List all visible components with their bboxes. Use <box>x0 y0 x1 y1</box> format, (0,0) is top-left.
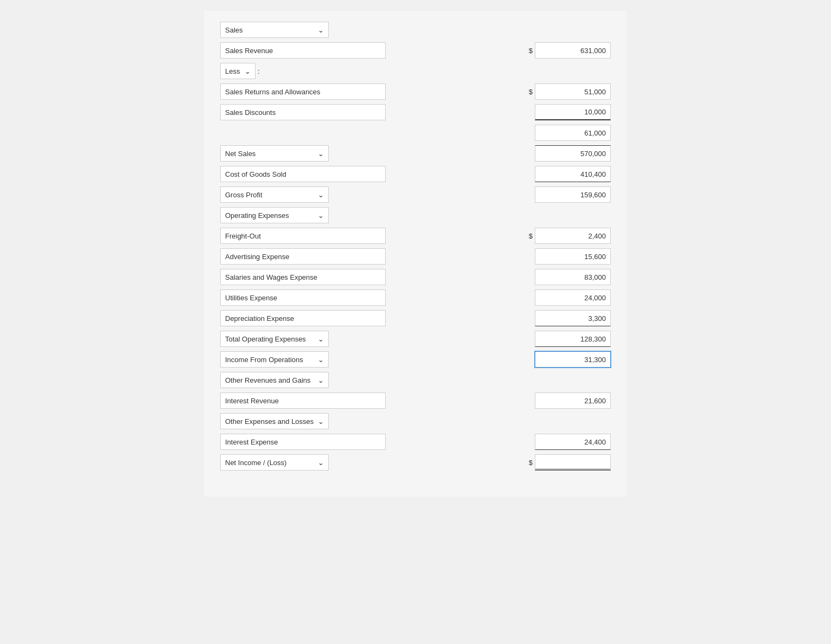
depreciation-expense-amount[interactable]: 3,300 <box>535 310 611 326</box>
sales-revenue-label-box: Sales Revenue <box>220 42 386 59</box>
operating-expenses-chevron-icon[interactable]: ⌄ <box>318 211 324 220</box>
less-label: Less <box>225 67 240 75</box>
net-income-dollar: $ <box>529 459 533 467</box>
income-from-operations-dropdown[interactable]: Income From Operations ⌄ <box>220 351 329 368</box>
interest-expense-label-box: Interest Expense <box>220 434 386 450</box>
net-sales-chevron-icon[interactable]: ⌄ <box>318 150 324 158</box>
gross-profit-chevron-icon[interactable]: ⌄ <box>318 191 324 199</box>
sales-revenue-row: Sales Revenue $ 631,000 <box>220 42 611 59</box>
sales-discounts-row: Sales Discounts 10,000 <box>220 104 611 120</box>
salaries-wages-label: Salaries and Wages Expense <box>225 273 317 281</box>
advertising-expense-amount[interactable]: 15,600 <box>535 248 611 265</box>
sales-dropdown[interactable]: Sales ⌄ <box>220 22 329 38</box>
sales-returns-label-box: Sales Returns and Allowances <box>220 83 386 100</box>
sales-returns-dollar: $ <box>529 88 533 96</box>
total-operating-expenses-row: Total Operating Expenses ⌄ 128,300 <box>220 331 611 347</box>
less-section: Less ⌄ : <box>220 63 611 79</box>
sales-returns-amount[interactable]: 51,000 <box>535 83 611 100</box>
interest-revenue-label: Interest Revenue <box>225 397 279 405</box>
advertising-expense-row: Advertising Expense 15,600 <box>220 248 611 265</box>
gross-profit-label: Gross Profit <box>225 191 263 199</box>
sales-discounts-amount[interactable]: 10,000 <box>535 104 611 120</box>
sales-returns-total-row: 61,000 <box>220 125 611 141</box>
sales-returns-total-amount[interactable]: 61,000 <box>535 125 611 141</box>
sales-chevron-icon[interactable]: ⌄ <box>318 26 324 34</box>
other-revenues-header: Other Revenues and Gains ⌄ <box>220 372 611 388</box>
other-revenues-dropdown[interactable]: Other Revenues and Gains ⌄ <box>220 372 329 388</box>
operating-expenses-header: Operating Expenses ⌄ <box>220 207 611 223</box>
utilities-expense-amount[interactable]: 24,000 <box>535 289 611 306</box>
interest-revenue-label-box: Interest Revenue <box>220 392 386 409</box>
net-income-label: Net Income / (Loss) <box>225 459 286 467</box>
other-revenues-label: Other Revenues and Gains <box>225 376 311 384</box>
other-expenses-header: Other Expenses and Losses ⌄ <box>220 413 611 429</box>
total-operating-expenses-chevron-icon[interactable]: ⌄ <box>318 335 324 343</box>
advertising-expense-label-box: Advertising Expense <box>220 248 386 265</box>
freight-out-label-box: Freight-Out <box>220 228 386 244</box>
sales-discounts-label-box: Sales Discounts <box>220 104 386 120</box>
income-from-operations-chevron-icon[interactable]: ⌄ <box>318 356 324 364</box>
sales-discounts-label: Sales Discounts <box>225 108 276 117</box>
sales-label: Sales <box>225 26 243 34</box>
net-income-amount[interactable] <box>535 454 611 471</box>
utilities-expense-label: Utilities Expense <box>225 294 277 302</box>
sales-revenue-dollar: $ <box>529 47 533 55</box>
depreciation-expense-label-box: Depreciation Expense <box>220 310 386 326</box>
net-sales-label: Net Sales <box>225 150 255 158</box>
sales-section-header: Sales ⌄ <box>220 22 611 38</box>
sales-returns-row: Sales Returns and Allowances $ 51,000 <box>220 83 611 100</box>
depreciation-expense-label: Depreciation Expense <box>225 314 294 323</box>
income-from-operations-row: Income From Operations ⌄ 31,300 <box>220 351 611 368</box>
income-from-operations-label: Income From Operations <box>225 356 303 364</box>
gross-profit-row: Gross Profit ⌄ 159,600 <box>220 186 611 203</box>
salaries-wages-amount[interactable]: 83,000 <box>535 269 611 285</box>
net-sales-dropdown[interactable]: Net Sales ⌄ <box>220 145 329 162</box>
less-chevron-icon[interactable]: ⌄ <box>245 67 251 75</box>
sales-returns-label: Sales Returns and Allowances <box>225 88 321 96</box>
total-operating-expenses-amount[interactable]: 128,300 <box>535 331 611 347</box>
freight-out-dollar: $ <box>529 232 533 240</box>
net-sales-row: Net Sales ⌄ 570,000 <box>220 145 611 162</box>
other-expenses-label: Other Expenses and Losses <box>225 417 314 426</box>
cogs-amount[interactable]: 410,400 <box>535 166 611 182</box>
operating-expenses-label: Operating Expenses <box>225 211 289 220</box>
other-expenses-dropdown[interactable]: Other Expenses and Losses ⌄ <box>220 413 329 429</box>
cogs-label-box: Cost of Goods Sold <box>220 166 386 182</box>
net-income-dropdown[interactable]: Net Income / (Loss) ⌄ <box>220 454 329 471</box>
sales-revenue-amount[interactable]: 631,000 <box>535 42 611 59</box>
income-from-operations-amount[interactable]: 31,300 <box>535 351 611 368</box>
operating-expenses-dropdown[interactable]: Operating Expenses ⌄ <box>220 207 329 223</box>
salaries-wages-label-box: Salaries and Wages Expense <box>220 269 386 285</box>
cogs-label: Cost of Goods Sold <box>225 170 286 178</box>
interest-expense-row: Interest Expense 24,400 <box>220 434 611 450</box>
less-dropdown[interactable]: Less ⌄ <box>220 63 255 79</box>
interest-expense-label: Interest Expense <box>225 438 278 446</box>
total-operating-expenses-dropdown[interactable]: Total Operating Expenses ⌄ <box>220 331 329 347</box>
advertising-expense-label: Advertising Expense <box>225 253 290 261</box>
utilities-expense-label-box: Utilities Expense <box>220 289 386 306</box>
utilities-expense-row: Utilities Expense 24,000 <box>220 289 611 306</box>
net-income-row: Net Income / (Loss) ⌄ $ <box>220 454 611 471</box>
colon-separator: : <box>258 67 260 75</box>
gross-profit-dropdown[interactable]: Gross Profit ⌄ <box>220 186 329 203</box>
freight-out-row: Freight-Out $ 2,400 <box>220 228 611 244</box>
other-revenues-chevron-icon[interactable]: ⌄ <box>318 376 324 384</box>
total-operating-expenses-label: Total Operating Expenses <box>225 335 306 343</box>
interest-expense-amount[interactable]: 24,400 <box>535 434 611 450</box>
net-income-chevron-icon[interactable]: ⌄ <box>318 459 324 467</box>
freight-out-label: Freight-Out <box>225 232 261 240</box>
interest-revenue-amount[interactable]: 21,600 <box>535 392 611 409</box>
sales-revenue-label: Sales Revenue <box>225 47 273 55</box>
other-expenses-chevron-icon[interactable]: ⌄ <box>318 417 324 426</box>
interest-revenue-row: Interest Revenue 21,600 <box>220 392 611 409</box>
depreciation-expense-row: Depreciation Expense 3,300 <box>220 310 611 326</box>
gross-profit-amount[interactable]: 159,600 <box>535 186 611 203</box>
cogs-row: Cost of Goods Sold 410,400 <box>220 166 611 182</box>
freight-out-amount[interactable]: 2,400 <box>535 228 611 244</box>
salaries-wages-row: Salaries and Wages Expense 83,000 <box>220 269 611 285</box>
net-sales-amount[interactable]: 570,000 <box>535 145 611 162</box>
